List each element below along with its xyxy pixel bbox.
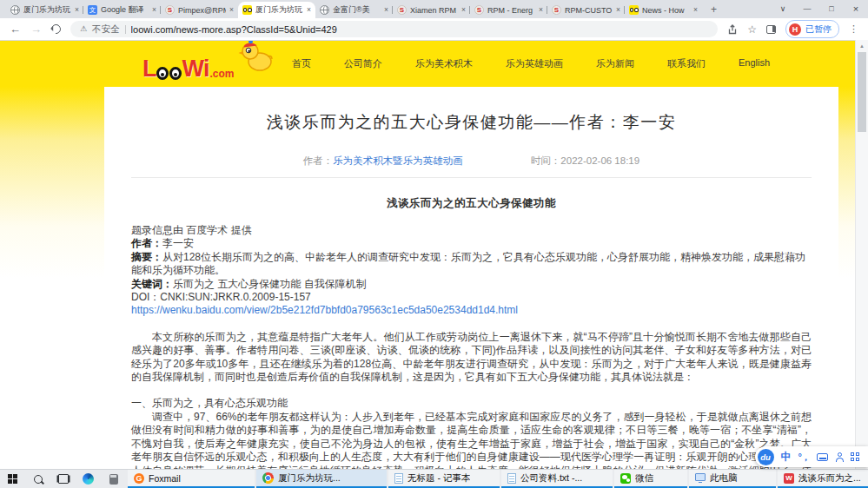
close-button[interactable]: × [844, 0, 868, 18]
tab-close-icon[interactable]: × [229, 6, 234, 14]
edge-icon [83, 473, 94, 485]
tab-close-icon[interactable]: × [693, 6, 698, 14]
byline-label: 作者： [131, 237, 162, 249]
tab-title: 金富门®美 [333, 4, 381, 16]
ime-menu-grid-icon[interactable] [851, 452, 859, 461]
loowi-logo[interactable]: L W i .com [142, 46, 235, 81]
taskbar-app-notepad-untitled[interactable]: 无标题 - 记事本 [388, 470, 500, 488]
maximize-button[interactable]: □ [819, 0, 844, 18]
tab-close-icon[interactable]: × [461, 6, 466, 14]
reload-button[interactable] [50, 23, 63, 36]
rpm-logo-icon: S [165, 5, 175, 15]
scroll-up-arrow-icon[interactable]: ▲ [856, 40, 868, 51]
tab-jinfumen[interactable]: 金富门®美 × [315, 2, 393, 18]
tab-close-icon[interactable]: × [539, 6, 543, 14]
taskbar-app-foxmail[interactable]: G Foxmail [128, 470, 255, 488]
forward-button[interactable]: → [30, 23, 42, 35]
nav-item-home[interactable]: 首页 [275, 57, 328, 70]
translate-icon: 文 [88, 5, 97, 15]
meta-divider [131, 177, 812, 178]
browser-menu-icon[interactable]: ⋮ [849, 23, 858, 35]
nav-item-news[interactable]: 乐为新闻 [580, 57, 651, 70]
taskbar-app-chrome-active[interactable]: 厦门乐为坊玩... [256, 470, 387, 488]
tab-rpm-energy[interactable]: S RPM - Energ × [470, 2, 547, 18]
taskbar-app-label: 此电脑 [710, 472, 738, 485]
byline-value: 李一安 [162, 237, 194, 249]
keywords-label: 关键词： [131, 278, 173, 290]
nav-item-art-blocks[interactable]: 乐为美术积木 [399, 57, 489, 70]
tab-xiamen-loowi-1[interactable]: 厦门乐为坊玩 × [6, 2, 83, 18]
tab-search-chevron-icon[interactable]: ∨ [771, 0, 795, 18]
doi-label: DOI： [131, 291, 160, 303]
nav-item-hero-anime[interactable]: 乐为英雄动画 [489, 57, 580, 70]
tab-close-icon[interactable]: × [384, 6, 388, 14]
meta-time: 时间：2022-02-06 18:19 [531, 155, 639, 168]
tab-close-icon[interactable]: × [152, 6, 156, 14]
tab-title: RPM-CUSTO [565, 6, 613, 15]
tab-close-icon[interactable]: × [307, 6, 311, 14]
side-panel-icon[interactable] [766, 25, 776, 34]
taskbar-edge-button[interactable] [76, 470, 101, 488]
taskbar-search-button[interactable] [25, 470, 50, 488]
ime-punctuation-button[interactable]: °， [798, 452, 810, 462]
tab-xiamen-rpm[interactable]: S Xiamen RPM × [393, 2, 470, 18]
bookmark-star-icon[interactable]: ☆ [747, 24, 757, 35]
profile-avatar[interactable]: H [789, 23, 801, 36]
address-bar[interactable]: ⚠ 不安全 loowi.com/news-more.asp?ClassId=5&… [70, 21, 718, 37]
ime-profile-icon[interactable] [835, 452, 844, 462]
task-view-button[interactable] [50, 470, 76, 488]
tab-title: News - How [642, 6, 690, 15]
abstract-text: 从对128位长期乐而为之的高、中龄老年人的调查研究中发现：乐而为之，它具有心态乐… [131, 251, 805, 276]
tab-xiamen-loowi-active[interactable]: 厦门乐为坊玩 × [238, 2, 315, 18]
ime-chinese-mode-button[interactable]: 中 [781, 452, 792, 462]
tab-pimpex-rpm[interactable]: S Pimpex@RPM × [161, 2, 238, 18]
taskbar-app-label: 无标题 - 记事本 [407, 472, 470, 485]
taskbar-app-this-pc[interactable]: 此电脑 [689, 470, 776, 488]
logo-letter: i [203, 58, 209, 81]
taskbar-app-wechat[interactable]: 微信 [614, 470, 687, 488]
source-line: 题录信息由 百度学术 提供 [131, 224, 812, 237]
start-button[interactable] [0, 470, 25, 488]
author-link[interactable]: 乐为美术积木暨乐为英雄动画 [333, 155, 463, 166]
globe-icon [10, 5, 20, 15]
nav-item-company[interactable]: 公司简介 [328, 57, 399, 70]
window-controls: ∨ — □ × [771, 0, 868, 18]
tab-close-icon[interactable]: × [616, 6, 620, 14]
screen: 厦门乐为坊玩 × 文 Google 翻译 × S Pimpex@RPM × 厦门… [0, 0, 868, 488]
logo-eye-icon [169, 67, 182, 80]
tab-rpm-custom[interactable]: S RPM-CUSTO × [547, 2, 625, 18]
logo-letter: L [142, 58, 156, 81]
tab-title: Google 翻译 [101, 4, 149, 16]
ime-keyboard-icon[interactable] [817, 453, 828, 461]
logo-letter: W [182, 58, 203, 81]
tab-close-icon[interactable]: × [75, 6, 79, 14]
nav-item-contact[interactable]: 联系我们 [651, 57, 722, 70]
page-scrollbar[interactable]: ▲ [855, 40, 868, 469]
not-secure-label[interactable]: 不安全 [92, 23, 120, 36]
web-page: L W i .com 首页 公司简介 [0, 40, 868, 469]
back-button[interactable]: ← [10, 23, 21, 35]
taskbar-app-wps[interactable]: W 浅谈乐而为之... [778, 470, 868, 488]
not-secure-warning-icon: ⚠ [80, 25, 87, 33]
tab-news-how[interactable]: News - How × [625, 2, 702, 18]
url-text[interactable]: loowi.com/news-more.asp?ClassId=5&Unid=4… [131, 24, 337, 35]
rpm-logo-icon: S [474, 5, 484, 15]
wechat-icon [620, 473, 631, 484]
new-tab-button[interactable]: + [706, 2, 721, 16]
share-icon[interactable] [727, 24, 738, 35]
taskbar-app-notepad-company[interactable]: 公司资料.txt -... [501, 470, 613, 488]
taskbar-app-label: 微信 [635, 472, 653, 485]
keywords-line: 关键词：乐而为之 五大心身保健功能 自我保障机制 [131, 278, 812, 291]
sync-paused-label: 已暂停 [805, 23, 832, 36]
taskbar-calculator-button[interactable] [101, 470, 126, 488]
baidu-ime-logo-icon[interactable]: du [758, 449, 774, 465]
profile-paused-button[interactable]: H 已暂停 [785, 20, 839, 38]
wenku-link[interactable]: https://wenku.baidu.com/view/2b5e212fd7b… [131, 304, 812, 317]
nav-item-english[interactable]: English [722, 57, 786, 70]
minimize-button[interactable]: — [795, 0, 819, 18]
section-heading-1: 一、乐而为之，具有心态乐观功能 [131, 397, 812, 410]
article-content: 浅谈乐而为之的五大心身保健功能——作者：李一安 作者：乐为美术积木暨乐为英雄动画… [104, 87, 838, 469]
scrollbar-thumb[interactable] [858, 52, 866, 132]
tab-google-translate[interactable]: 文 Google 翻译 × [83, 2, 161, 18]
paragraph-1: 本文所称的乐而为之，其意蕴是特指广大老年人。他们从工作或劳动岗位上一离退休下来，… [131, 331, 812, 385]
